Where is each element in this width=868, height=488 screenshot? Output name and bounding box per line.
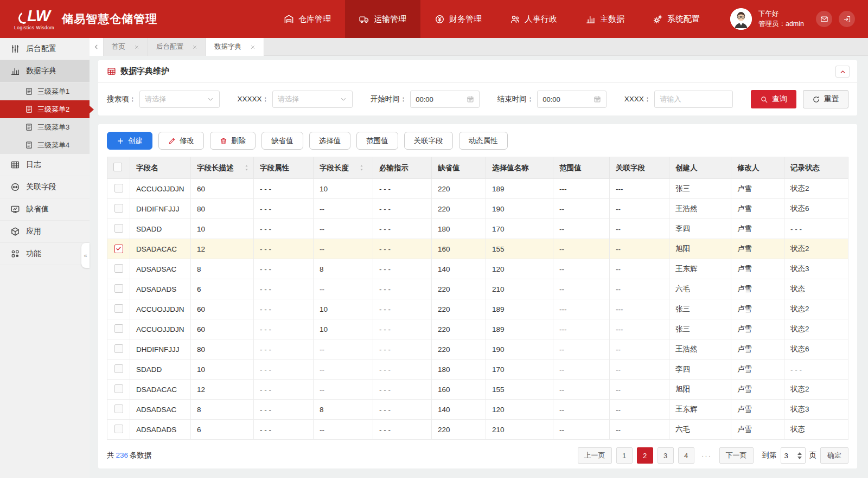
tab-1[interactable]: 首页 <box>104 38 148 56</box>
select-all-header <box>107 157 130 179</box>
end-time-input[interactable]: 00:00 <box>537 91 607 108</box>
toolbar-button-label: 修改 <box>180 136 194 146</box>
table-cell: -- <box>610 199 669 219</box>
row-checkbox[interactable] <box>114 204 123 213</box>
toolbar-button-8[interactable]: 动态属性 <box>459 132 508 150</box>
table-cell: 60 <box>191 179 254 199</box>
apps-icon <box>10 249 20 259</box>
page-button-1[interactable]: 1 <box>616 447 633 464</box>
avatar[interactable] <box>730 8 752 30</box>
sidebar-subitem-3[interactable]: 三级菜单3 <box>0 118 90 136</box>
table-cell: 状态3 <box>784 400 848 420</box>
toolbar-button-6[interactable]: 范围值 <box>356 132 398 150</box>
toolbar-button-7[interactable]: 关联字段 <box>404 132 453 150</box>
table-cell: 170 <box>486 359 553 380</box>
filter-label: 开始时间： <box>371 94 407 104</box>
message-button[interactable] <box>816 11 832 27</box>
row-select-cell <box>107 339 130 359</box>
input-placeholder: 请输入 <box>660 94 681 104</box>
sidebar-item-label: 关联字段 <box>26 182 56 192</box>
sidebar-subitem-1[interactable]: 三级菜单1 <box>0 82 90 100</box>
nav-item-people[interactable]: 人事行政 <box>496 0 571 38</box>
nav-item-finance[interactable]: 财务管理 <box>420 0 496 38</box>
table-cell: -- <box>314 239 373 259</box>
jump-confirm-button[interactable]: 确定 <box>820 447 848 464</box>
table-cell: 旭阳 <box>669 380 731 400</box>
main-nav: 仓库管理运输管理财务管理人事行政主数据系统配置 <box>270 0 714 38</box>
sort-icon[interactable] <box>359 164 365 171</box>
sidebar-item-5[interactable]: 缺省值 <box>0 198 90 221</box>
table-row: ADSADSAC8- - -8- - -140120----王东辉卢雪状态3 <box>107 259 848 279</box>
table-cell: 60 <box>191 319 254 339</box>
xxxx-text-input[interactable]: 请输入 <box>654 91 733 108</box>
prev-page-button[interactable]: 上一页 <box>578 447 612 464</box>
page-button-2[interactable]: 2 <box>637 447 653 464</box>
row-checkbox[interactable] <box>114 184 123 192</box>
column-header-3: 字段属性 <box>254 157 314 179</box>
sidebar-subitem-2[interactable]: 三级菜单2 <box>0 100 90 118</box>
logout-button[interactable] <box>839 11 855 27</box>
sidebar-subitem-4[interactable]: 三级菜单4 <box>0 136 90 154</box>
table-cell: -- <box>553 279 610 299</box>
select-all-checkbox[interactable] <box>113 163 122 171</box>
page-button-3[interactable]: 3 <box>658 447 674 464</box>
sidebar-item-1[interactable]: 后台配置 <box>0 38 90 60</box>
toolbar-button-2[interactable]: 修改 <box>158 132 204 150</box>
search-item-select[interactable]: 请选择 <box>139 91 220 108</box>
table-cell: --- <box>610 299 669 319</box>
nav-item-gears[interactable]: 系统配置 <box>639 0 714 38</box>
nav-item-truck[interactable]: 运输管理 <box>345 0 420 38</box>
toolbar-button-1[interactable]: 创建 <box>107 132 152 150</box>
toolbar-button-3[interactable]: 删除 <box>210 132 256 150</box>
sidebar-submenu: 三级菜单1三级菜单2三级菜单3三级菜单4 <box>0 82 90 154</box>
row-checkbox[interactable] <box>114 364 123 373</box>
nav-item-warehouse[interactable]: 仓库管理 <box>270 0 345 38</box>
table-cell: - - - <box>373 400 432 420</box>
row-checkbox[interactable] <box>114 324 123 333</box>
page-jump-input[interactable]: 3 <box>781 447 806 464</box>
tab-label: 数据字典 <box>214 42 241 52</box>
tab-3[interactable]: 数据字典 <box>206 38 264 56</box>
table-cell: 卢雪 <box>731 239 784 259</box>
row-checkbox[interactable] <box>114 264 123 273</box>
row-checkbox[interactable] <box>114 404 123 413</box>
sliders-icon <box>10 44 20 54</box>
sidebar-item-4[interactable]: 关联字段 <box>0 176 90 198</box>
start-time-input[interactable]: 00:00 <box>410 91 480 108</box>
row-select-cell <box>107 299 130 319</box>
row-checkbox[interactable] <box>114 344 123 353</box>
row-checkbox[interactable] <box>114 425 123 433</box>
sidebar-item-7[interactable]: 功能 <box>0 243 90 265</box>
sidebar-item-6[interactable]: 应用 <box>0 221 90 243</box>
tab-2[interactable]: 后台配置 <box>148 38 206 56</box>
query-button[interactable]: 查询 <box>751 90 796 108</box>
chevron-left-icon <box>93 43 100 50</box>
row-checkbox[interactable] <box>114 224 123 233</box>
sidebar-collapse-handle[interactable]: « <box>81 243 90 268</box>
sidebar-item-2[interactable]: 数据字典 <box>0 60 90 82</box>
tab-close-icon <box>134 44 139 50</box>
content-area: 数据字典维护 搜索项： 请选择 XXXXX： <box>90 56 868 478</box>
number-spinner-icon[interactable] <box>797 452 802 459</box>
next-page-button[interactable]: 下一页 <box>719 447 754 464</box>
page-button-4[interactable]: 4 <box>678 447 694 464</box>
toolbar-button-4[interactable]: 缺省值 <box>261 132 303 150</box>
tab-scroll-left-button[interactable] <box>90 38 104 56</box>
toolbar-button-5[interactable]: 选择值 <box>309 132 351 150</box>
reset-button[interactable]: 重置 <box>803 90 848 108</box>
row-checkbox[interactable] <box>114 304 123 313</box>
xxxxx-select[interactable]: 请选择 <box>272 91 353 108</box>
chevron-up-icon <box>839 68 846 75</box>
table-cell: DSADACAC <box>130 380 191 400</box>
nav-item-chart[interactable]: 主数据 <box>571 0 639 38</box>
sidebar-item-3[interactable]: 日志 <box>0 154 90 176</box>
panel-collapse-button[interactable] <box>835 66 850 78</box>
row-select-cell <box>107 179 130 199</box>
sort-icon[interactable] <box>244 164 250 171</box>
table-row: ADSADADS6- - ---- - -220210----六毛卢雪状态 <box>107 420 848 440</box>
user-meta: 下午好 管理员：admin <box>758 9 804 30</box>
row-checkbox[interactable] <box>114 284 123 293</box>
tab-close-icon <box>250 44 256 50</box>
row-checkbox[interactable] <box>114 384 123 393</box>
row-checkbox[interactable] <box>114 245 123 253</box>
